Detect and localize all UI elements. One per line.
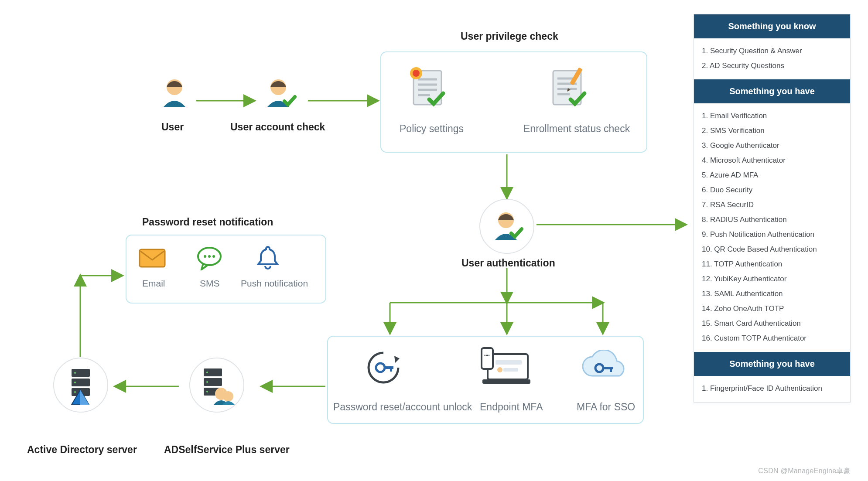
user-auth-circle — [479, 199, 534, 254]
svg-point-51 — [223, 391, 233, 402]
list-item: 10. QR Code Based Authentication — [702, 242, 843, 257]
svg-text:••••: •••• — [484, 353, 490, 358]
svg-rect-66 — [610, 367, 612, 372]
svg-rect-59 — [496, 360, 522, 365]
list-item: 4. Microsoft Authenticator — [702, 153, 843, 168]
mfa-factors-sidebar: Something you know 1. Security Question … — [694, 14, 851, 403]
list-item: 1. Email Verification — [702, 109, 843, 123]
policy-settings-icon — [404, 65, 448, 110]
svg-point-37 — [74, 372, 76, 374]
mfa-sso-label: MFA for SSO — [577, 401, 635, 413]
sb-list-know: 1. Security Question & Answer 2. AD Secu… — [694, 38, 850, 79]
svg-point-45 — [206, 372, 208, 373]
notify-title: Password reset notification — [142, 216, 273, 228]
svg-point-22 — [413, 70, 420, 77]
svg-rect-58 — [482, 379, 530, 384]
endpoint-mfa-icon: •••• — [478, 346, 530, 390]
list-item: 5. Azure AD MFA — [702, 168, 843, 183]
svg-rect-62 — [482, 348, 493, 369]
svg-point-54 — [376, 363, 385, 372]
list-item: 8. RADIUS Authentication — [702, 212, 843, 227]
adssp-server-label: ADSelfService Plus server — [164, 444, 290, 456]
list-item: 7. RSA SecurID — [702, 198, 843, 212]
email-icon — [139, 248, 166, 270]
list-item: 16. Custom TOTP Authenticator — [702, 331, 843, 346]
svg-rect-56 — [390, 366, 392, 372]
account-check-label: User account check — [230, 121, 325, 133]
enrollment-check-icon — [545, 65, 589, 110]
user-icon — [159, 77, 190, 110]
sb-head-have2: Something you have — [694, 352, 850, 376]
account-check-icon — [263, 77, 297, 113]
watermark: CSDN @ManageEngine卓豪 — [758, 467, 851, 476]
svg-point-34 — [208, 255, 211, 258]
sms-icon — [196, 246, 222, 272]
notify-sms-label: SMS — [200, 278, 220, 289]
sb-head-have: Something you have — [694, 79, 850, 103]
svg-point-49 — [206, 391, 208, 392]
svg-point-41 — [74, 391, 76, 393]
list-item: 2. SMS Verification — [702, 123, 843, 138]
list-item: 14. Zoho OneAuth TOTP — [702, 301, 843, 316]
list-item: 3. Google Authenticator — [702, 138, 843, 153]
policy-settings-label: Policy settings — [400, 123, 464, 135]
sb-list-have2: 1. Fingerprint/Face ID Authentication — [694, 376, 850, 402]
privilege-check-title: User privilege check — [461, 31, 558, 42]
reset-unlock-icon — [364, 348, 403, 389]
notify-push-label: Push notification — [241, 278, 308, 289]
notify-email-label: Email — [142, 278, 165, 289]
list-item: 12. YubiKey Authenticator — [702, 272, 843, 287]
list-item: 6. Duo Security — [702, 183, 843, 198]
sb-head-know: Something you know — [694, 14, 850, 38]
svg-point-35 — [212, 255, 215, 258]
svg-point-47 — [206, 381, 208, 383]
adssp-server-circle — [189, 358, 244, 413]
list-item: 2. AD Security Questions — [702, 58, 843, 73]
list-item: 1. Fingerprint/Face ID Authentication — [702, 381, 843, 396]
list-item: 15. Smart Card Authentication — [702, 316, 843, 331]
reset-unlock-label: Password reset/account unlock — [333, 401, 472, 413]
svg-marker-53 — [394, 356, 400, 363]
list-item: 1. Security Question & Answer — [702, 44, 843, 58]
notify-panel: Email SMS Push notification — [126, 235, 326, 304]
mfa-actions-panel: Password reset/account unlock •••• Endpo… — [327, 336, 644, 424]
user-label: User — [161, 121, 184, 133]
svg-point-39 — [74, 382, 76, 383]
sb-list-have: 1. Email Verification 2. SMS Verificatio… — [694, 103, 850, 352]
svg-point-33 — [204, 255, 206, 258]
user-auth-label: User authentication — [461, 257, 555, 269]
svg-point-52 — [369, 353, 398, 382]
push-icon — [256, 244, 280, 272]
mfa-sso-icon — [579, 350, 627, 387]
ad-server-circle — [53, 358, 108, 413]
list-item: 11. TOTP Authentication — [702, 257, 843, 272]
svg-rect-61 — [503, 368, 518, 372]
svg-point-60 — [497, 367, 502, 372]
enrollment-check-label: Enrollment status check — [523, 123, 630, 135]
privilege-check-panel: Policy settings Enrollment status check — [380, 51, 647, 153]
list-item: 9. Push Notification Authentication — [702, 227, 843, 242]
ad-server-label: Active Directory server — [27, 444, 137, 456]
svg-rect-31 — [140, 249, 165, 267]
endpoint-mfa-label: Endpoint MFA — [480, 401, 543, 413]
list-item: 13. SAML Authentication — [702, 287, 843, 301]
